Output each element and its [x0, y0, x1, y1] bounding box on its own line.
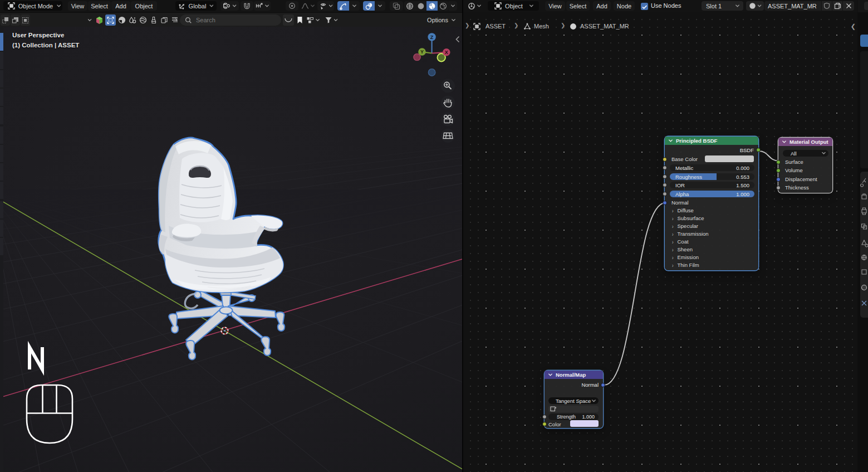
svg-text:X: X [445, 50, 448, 55]
svg-text:Z: Z [430, 35, 434, 40]
svg-text:Y: Y [420, 49, 424, 55]
